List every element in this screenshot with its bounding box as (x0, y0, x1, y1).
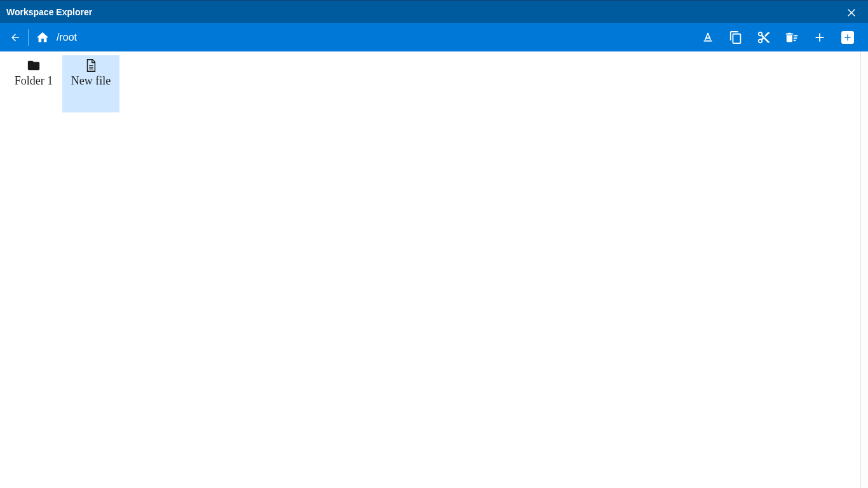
item-label: New file (71, 74, 111, 88)
new-file-button[interactable] (834, 23, 862, 51)
arrow-left-icon (10, 32, 21, 43)
copy-button[interactable] (722, 23, 750, 51)
rename-button[interactable] (694, 23, 722, 51)
new-file-badge (841, 31, 854, 44)
back-button[interactable] (4, 23, 27, 51)
toolbar-divider (28, 29, 29, 46)
file-grid[interactable]: Folder 1 New file (0, 51, 868, 488)
close-icon (846, 6, 857, 18)
breadcrumb-path[interactable]: /root (57, 32, 77, 43)
folder-icon (25, 58, 43, 73)
vertical-scrollbar[interactable] (860, 51, 868, 488)
cut-icon (757, 30, 771, 44)
delete-button[interactable] (778, 23, 806, 51)
title-bar: Workspace Explorer (0, 1, 868, 23)
item-label: Folder 1 (15, 74, 53, 88)
plus-icon (813, 30, 827, 44)
cut-button[interactable] (750, 23, 778, 51)
plus-box-icon (843, 32, 853, 43)
close-button[interactable] (843, 3, 860, 21)
toolbar-actions (694, 23, 862, 51)
copy-icon (729, 30, 743, 44)
toolbar-nav-left: /root (4, 23, 77, 51)
home-button[interactable] (31, 23, 54, 51)
home-icon (36, 30, 50, 44)
toolbar: /root (0, 23, 868, 51)
text-format-icon (701, 30, 715, 44)
folder-item[interactable]: Folder 1 (5, 55, 62, 112)
window-title: Workspace Explorer (6, 7, 92, 17)
new-folder-button[interactable] (806, 23, 834, 51)
file-item[interactable]: New file (62, 55, 119, 112)
file-icon (82, 58, 100, 73)
delete-sweep-icon (785, 30, 799, 44)
